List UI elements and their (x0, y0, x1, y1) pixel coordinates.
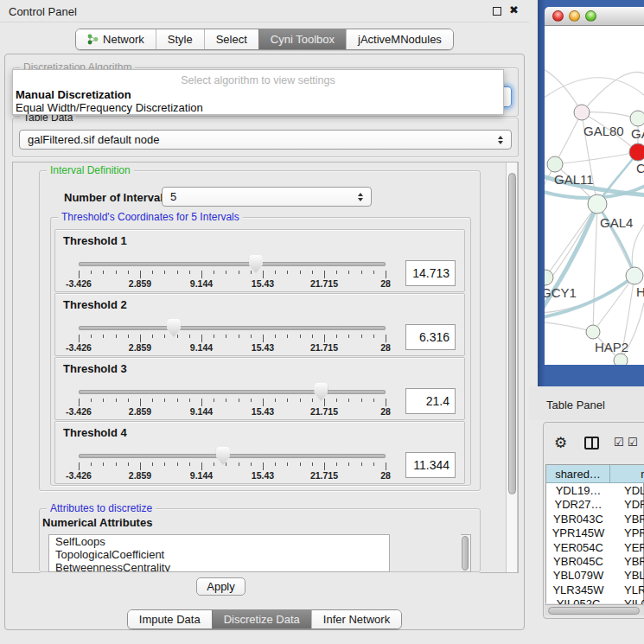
dropdown-option-equal-width[interactable]: Equal Width/Frequency Discretization (16, 101, 203, 114)
tab-cyni-toolbox[interactable]: Cyni Toolbox (258, 29, 346, 49)
cell-name[interactable]: YER0 (610, 541, 644, 555)
threshold-value-field[interactable]: 21.4 (405, 388, 456, 414)
close-icon[interactable]: ✖ (509, 3, 519, 16)
cell-name[interactable]: YBR0 (610, 555, 644, 569)
window-zoom-button[interactable] (585, 10, 596, 22)
number-of-intervals-combobox[interactable]: 5 (162, 187, 372, 207)
threshold-slider-track[interactable] (79, 262, 386, 266)
column-header-name[interactable]: na (610, 465, 644, 483)
network-node[interactable] (588, 194, 607, 214)
threshold-value-field[interactable]: 14.713 (405, 260, 456, 286)
table-data-combobox[interactable]: galFiltered.sif default node (19, 130, 512, 150)
table-data-value: galFiltered.sif default node (28, 133, 159, 146)
bottom-tab-impute-data[interactable]: Impute Data (128, 610, 212, 628)
tab-select[interactable]: Select (204, 29, 258, 49)
network-node[interactable] (545, 270, 553, 285)
threshold-slider-track[interactable] (79, 390, 386, 394)
tick-label: 15.43 (237, 406, 289, 417)
network-node[interactable] (614, 354, 628, 365)
cell-shared-name[interactable]: YBR045C (546, 555, 610, 569)
attributes-list-scrollbar[interactable] (461, 534, 471, 572)
network-node[interactable] (586, 325, 600, 339)
threshold-slider-track[interactable] (79, 454, 386, 458)
float-window-icon[interactable] (493, 7, 501, 16)
table-row[interactable]: YBR045CYBR0 (546, 555, 644, 569)
tab-network[interactable]: Network (76, 29, 156, 49)
cell-shared-name[interactable]: YPR145W (546, 526, 610, 540)
horizontal-scrollbar[interactable] (545, 604, 644, 615)
network-node[interactable] (574, 105, 590, 120)
tab-jactivemnodules[interactable]: jActiveMNodules (346, 29, 453, 49)
interval-definition-title: Interval Definition (47, 164, 134, 176)
cell-shared-name[interactable]: YBR043C (546, 513, 610, 526)
threshold-row: Threshold 4 -3.4262.8599.14415.4321.7152… (54, 421, 465, 484)
attribute-list-item[interactable]: SelfLoops (49, 535, 389, 548)
apply-button[interactable]: Apply (196, 577, 245, 596)
column-layout-icon[interactable] (584, 437, 599, 450)
table-row[interactable]: YBL079WYBL0 (546, 569, 644, 583)
scrollbar-thumb[interactable] (508, 173, 516, 494)
tick-label: 15.43 (237, 278, 289, 289)
cell-name[interactable]: YPR1 (610, 526, 644, 540)
number-of-intervals-value: 5 (170, 190, 176, 203)
control-panel-titlebar: Control Panel ✖ (0, 0, 529, 22)
cell-name[interactable]: YDL1 (610, 484, 644, 498)
window-minimize-button[interactable] (569, 10, 580, 22)
cell-name[interactable]: YDR2 (610, 498, 644, 512)
bottom-tab-discretize-data[interactable]: Discretize Data (212, 610, 311, 628)
number-of-intervals-label: Number of Intervals (64, 191, 169, 204)
table-row[interactable]: YIL052CYIL0 (546, 597, 644, 604)
numerical-attributes-list[interactable]: SelfLoopsTopologicalCoefficientBetweenne… (48, 534, 390, 572)
attribute-list-item[interactable]: TopologicalCoefficient (49, 548, 389, 561)
cell-shared-name[interactable]: YLR345W (546, 583, 610, 597)
network-canvas[interactable]: GAL80GACGAL11GAL4GCY1HHAP2 (545, 26, 644, 365)
bottom-tab-infer-network[interactable]: Infer Network (311, 610, 401, 628)
node-label: GA (631, 126, 644, 141)
scrollbar-thumb[interactable] (462, 536, 469, 571)
spinner-icon (498, 136, 503, 144)
threshold-slider-track[interactable] (79, 326, 386, 330)
checkbox-checked-icon[interactable]: ☑ (628, 436, 638, 449)
cell-shared-name[interactable]: YDL19… (546, 484, 610, 498)
cell-name[interactable]: YIL0 (610, 597, 644, 604)
table-row[interactable]: YER054CYER0 (546, 541, 644, 555)
attribute-list-item[interactable]: BetweennessCentrality (49, 561, 389, 572)
window-close-button[interactable] (552, 10, 564, 22)
tick-label: 21.715 (298, 342, 350, 353)
table-row[interactable]: YLR345WYLR3 (546, 583, 644, 597)
table-row[interactable]: YDL19…YDL1 (546, 484, 644, 498)
dropdown-option-manual[interactable]: Manual Discretization (16, 88, 131, 101)
node-attribute-table[interactable]: shared… na YDL19…YDL1YDR27…YDR2YBR043CYB… (545, 464, 644, 603)
network-node[interactable] (630, 111, 644, 126)
threshold-value-field[interactable]: 6.316 (405, 324, 456, 350)
cell-name[interactable]: YLR3 (610, 583, 644, 597)
table-row[interactable]: YDR27…YDR2 (546, 498, 644, 512)
network-window-titlebar[interactable] (545, 7, 644, 26)
cell-name[interactable]: YBR0 (610, 513, 644, 526)
network-nodes[interactable] (545, 105, 644, 365)
cell-name[interactable]: YBL0 (610, 569, 644, 583)
scrollbar-thumb[interactable] (548, 607, 640, 615)
network-node[interactable] (547, 156, 563, 172)
node-label: GAL4 (600, 215, 633, 230)
network-node[interactable] (629, 143, 644, 161)
bottom-mode-tabs: Impute DataDiscretize DataInfer Network (0, 609, 529, 629)
tick-label: -3.426 (53, 278, 105, 289)
cell-shared-name[interactable]: YER054C (546, 541, 610, 555)
settings-gear-icon[interactable]: ⚙ (554, 434, 567, 451)
cell-shared-name[interactable]: YDR27… (546, 498, 610, 512)
column-header-shared-name[interactable]: shared… (546, 465, 610, 483)
checkbox-checked-icon[interactable]: ☑ (614, 436, 624, 449)
dropdown-hint: Select algorithm to view settings (13, 74, 503, 86)
network-view[interactable]: GAL80GACGAL11GAL4GCY1HHAP2 (545, 26, 644, 365)
network-node[interactable] (626, 267, 643, 284)
cell-shared-name[interactable]: YBL079W (546, 569, 610, 583)
tab-style[interactable]: Style (156, 29, 204, 49)
tab-label: jActiveMNodules (358, 33, 442, 46)
spinner-icon (358, 193, 363, 201)
table-row[interactable]: YPR145WYPR1 (546, 526, 644, 540)
cell-shared-name[interactable]: YIL052C (546, 597, 610, 604)
vertical-scrollbar[interactable] (506, 163, 518, 572)
threshold-value-field[interactable]: 11.344 (405, 452, 456, 478)
table-row[interactable]: YBR043CYBR0 (546, 513, 644, 526)
